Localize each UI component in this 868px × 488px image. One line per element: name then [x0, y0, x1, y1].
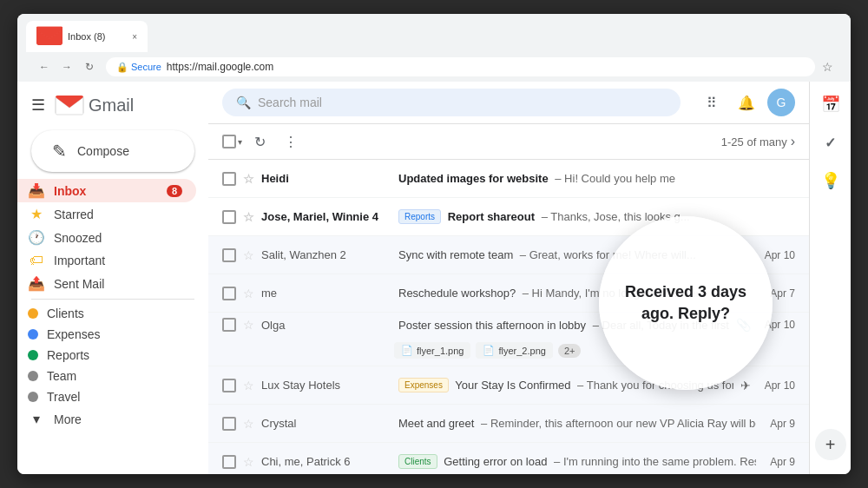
email-checkbox[interactable]: [222, 210, 236, 224]
star-icon[interactable]: ☆: [243, 248, 254, 262]
search-icon: 🔍: [236, 96, 251, 109]
star-icon[interactable]: ☆: [243, 318, 254, 332]
search-toolbar: 🔍 Search mail ⠿ 🔔 G: [208, 82, 809, 124]
email-checkbox[interactable]: [222, 417, 236, 431]
star-icon[interactable]: ☆: [243, 172, 254, 186]
account-avatar[interactable]: G: [767, 89, 795, 116]
search-placeholder: Search mail: [258, 96, 322, 109]
sidebar-item-reports[interactable]: Reports: [17, 345, 196, 366]
compose-button[interactable]: ✎ Compose: [31, 130, 194, 172]
email-subject: Reschedule workshop?: [398, 287, 516, 300]
reports-dot: [28, 350, 38, 360]
email-date: Apr 7: [770, 287, 795, 300]
star-icon[interactable]: ☆: [243, 417, 254, 431]
travel-dot: [28, 392, 38, 402]
clients-dot: [28, 308, 38, 319]
email-checkbox[interactable]: [222, 379, 236, 392]
browser-tab[interactable]: Inbox (8) ×: [26, 21, 148, 52]
tab-close-button[interactable]: ×: [132, 32, 137, 42]
address-bar-field[interactable]: 🔒 Secure https://mail.google.com: [106, 57, 815, 76]
email-checkbox[interactable]: [222, 455, 236, 469]
team-dot: [28, 371, 38, 381]
bookmark-icon[interactable]: ☆: [822, 60, 833, 74]
tasks-sidebar-button[interactable]: ✓: [815, 127, 846, 158]
star-icon[interactable]: ☆: [243, 210, 254, 224]
email-subject: Your Stay Is Confirmed: [452, 379, 571, 392]
sidebar-item-travel[interactable]: Travel: [17, 386, 196, 407]
subject-preview: Clients Getting error on load – I'm runn…: [398, 454, 756, 469]
sidebar: ☰ Gmail ✎ Compose 📥: [17, 82, 208, 474]
next-page-button[interactable]: ›: [791, 134, 795, 149]
star-icon[interactable]: ☆: [243, 287, 254, 300]
tag-clients: Clients: [398, 454, 437, 469]
attachment-count: 2+: [558, 344, 582, 358]
refresh-emails-button[interactable]: ↻: [246, 128, 273, 155]
attachment-chip[interactable]: 📄 flyer_1.png: [394, 342, 470, 359]
email-date: Apr 9: [770, 456, 795, 468]
attachment-chip[interactable]: 📄 flyer_2.png: [476, 342, 552, 359]
sender-name: Heidi: [261, 172, 391, 185]
forward-button[interactable]: →: [57, 57, 76, 76]
apps-button[interactable]: ⠿: [698, 89, 726, 116]
email-row[interactable]: ☆ Heidi Updated images for website – Hi!…: [208, 160, 809, 198]
more-actions-button[interactable]: ⋮: [277, 128, 305, 155]
right-sidebar: 📅 ✓ 💡 +: [809, 82, 851, 474]
add-sidebar-button[interactable]: +: [815, 429, 846, 460]
back-button[interactable]: ←: [35, 57, 54, 76]
snoozed-icon: 🕐: [28, 229, 45, 246]
notifications-button[interactable]: 🔔: [733, 89, 760, 116]
sidebar-item-expenses[interactable]: Expenses: [17, 324, 196, 345]
sidebar-item-clients[interactable]: Clients: [17, 303, 196, 324]
tooltip-overlay: Received 3 days ago. Reply?: [599, 216, 773, 390]
star-icon[interactable]: ☆: [243, 379, 254, 392]
email-preview: – I'm running into the same problem. Res…: [550, 455, 756, 468]
starred-icon: ★: [28, 206, 45, 222]
email-checkbox[interactable]: [222, 172, 236, 186]
email-row[interactable]: ☆ Crystal Meet and greet – Reminder, thi…: [208, 405, 809, 443]
tooltip-text: Received 3 days ago. Reply?: [599, 264, 773, 342]
star-icon[interactable]: ☆: [243, 455, 254, 469]
hamburger-icon[interactable]: ☰: [31, 96, 45, 115]
sidebar-label-more: More: [54, 412, 182, 426]
sender-name: Chi, me, Patrick 6: [261, 455, 391, 468]
sidebar-item-snoozed[interactable]: 🕐 Snoozed: [17, 226, 196, 249]
sidebar-label-important: Important: [54, 254, 182, 267]
sidebar-item-more[interactable]: ▾ More: [17, 407, 196, 431]
tag-expenses: Expenses: [398, 378, 449, 392]
email-row[interactable]: ☆ Chi, me, Patrick 6 Clients Getting err…: [208, 443, 809, 474]
search-bar[interactable]: 🔍 Search mail: [222, 89, 681, 116]
select-dropdown-arrow[interactable]: ▾: [238, 137, 242, 147]
sidebar-item-starred[interactable]: ★ Starred: [17, 202, 196, 226]
email-checkbox[interactable]: [222, 248, 236, 262]
sender-name: me: [261, 287, 391, 300]
page-count: 1-25 of many: [721, 135, 787, 148]
gmail-logo: Gmail: [54, 94, 134, 116]
sidebar-item-important[interactable]: 🏷 Important: [17, 249, 196, 272]
sidebar-label-sent: Sent Mail: [54, 277, 182, 291]
calendar-sidebar-button[interactable]: 📅: [815, 89, 846, 120]
email-subject: Sync with remote team: [398, 248, 513, 261]
sidebar-label-team: Team: [47, 369, 182, 383]
keep-sidebar-button[interactable]: 💡: [815, 165, 846, 196]
page-info: 1-25 of many ›: [721, 134, 795, 149]
refresh-button[interactable]: ↻: [80, 57, 99, 76]
select-all-area[interactable]: ▾: [222, 135, 242, 148]
inbox-badge: 8: [167, 185, 182, 197]
sidebar-item-inbox[interactable]: 📥 Inbox 8: [17, 179, 196, 202]
email-checkbox[interactable]: [222, 318, 236, 332]
select-all-checkbox[interactable]: [222, 135, 236, 148]
sidebar-label-snoozed: Snoozed: [54, 231, 182, 245]
sidebar-label-travel: Travel: [47, 390, 182, 404]
sidebar-label-starred: Starred: [54, 208, 182, 221]
gmail-logo-icon: [54, 94, 85, 116]
sidebar-item-sent[interactable]: 📤 Sent Mail: [17, 272, 196, 295]
email-checkbox[interactable]: [222, 287, 236, 300]
sidebar-label-expenses: Expenses: [47, 327, 182, 341]
sidebar-item-team[interactable]: Team: [17, 366, 196, 386]
expenses-dot: [28, 329, 38, 340]
sent-icon: 📤: [28, 275, 45, 292]
sender-name: Jose, Mariel, Winnie 4: [261, 210, 391, 223]
attachment-name: flyer_1.png: [417, 346, 464, 356]
email-subject: Getting error on load: [441, 455, 548, 468]
sender-name: Lux Stay Hotels: [261, 379, 391, 392]
